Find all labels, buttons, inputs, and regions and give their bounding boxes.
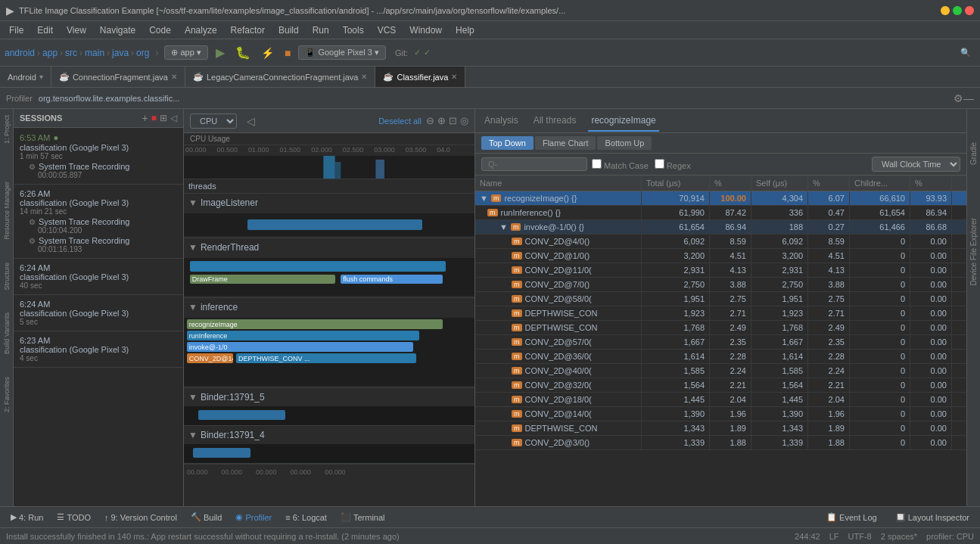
session-item-2[interactable]: 6:24 AM classification (Google Pixel 3) …: [14, 259, 183, 295]
table-row-13[interactable]: m CONV_2D@32/0( 1,564 2.21 1,564 2.21 0 …: [475, 378, 966, 393]
table-row-5[interactable]: m CONV_2D@11/0( 2,931 4.13 2,931 4.13 0 …: [475, 263, 966, 278]
table-row-11[interactable]: m CONV_2D@36/0( 1,614 2.28 1,614 2.28 0 …: [475, 350, 966, 364]
th-name[interactable]: Name: [475, 176, 642, 191]
sessions-stop[interactable]: ■: [151, 112, 157, 124]
search-input[interactable]: [481, 157, 587, 171]
table-row-14[interactable]: m CONV_2D@18/0( 1,445 2.04 1,445 2.04 0 …: [475, 393, 966, 407]
thread-imagelistener-header[interactable]: ▼ ImageListener: [184, 194, 474, 212]
table-row-1[interactable]: m runInference() {} 61,990 87.42 336 0.4…: [475, 206, 966, 220]
menu-view[interactable]: View: [61, 23, 92, 37]
thread-binder4-header[interactable]: ▼ Binder:13791_4: [184, 426, 474, 444]
table-row-8[interactable]: m DEPTHWISE_CON 1,923 2.71 1,923 2.71 0 …: [475, 306, 966, 321]
table-row-2[interactable]: ▼ m invoke@-1/0() {} 61,654 86.94 188 0.…: [475, 220, 966, 235]
breadcrumb-java[interactable]: java: [112, 48, 129, 58]
right-sidebar-gradle[interactable]: Gradle: [968, 139, 979, 168]
maximize-btn[interactable]: [953, 6, 962, 15]
file-tab-1[interactable]: ☕ LegacyCameraConnectionFragment.java ✕: [185, 67, 376, 87]
project-selector[interactable]: ⊕ app ▾: [164, 45, 207, 60]
row-2-expand[interactable]: ▼: [499, 222, 508, 232]
th-self[interactable]: Self (μs): [751, 176, 808, 191]
table-row-7[interactable]: m CONV_2D@58/0( 1,951 2.75 1,951 2.75 0 …: [475, 292, 966, 306]
table-row-10[interactable]: m CONV_2D@57/0( 1,667 2.35 1,667 2.35 0 …: [475, 335, 966, 350]
breadcrumb-src[interactable]: src: [65, 48, 77, 58]
android-tab[interactable]: Android ▾: [0, 67, 51, 87]
menu-help[interactable]: Help: [450, 23, 481, 37]
file-tab-2-close[interactable]: ✕: [451, 73, 457, 81]
bottom-run-btn[interactable]: ▶ 4: Run: [5, 511, 49, 524]
regex-option[interactable]: Regex: [655, 159, 691, 170]
stop-btn[interactable]: ■: [280, 45, 295, 61]
analysis-tab-recognize[interactable]: recognizeImage: [588, 110, 658, 132]
device-selector[interactable]: 📱 Google Pixel 3 ▾: [298, 45, 386, 60]
table-row-9[interactable]: m DEPTHWISE_CON 1,768 2.49 1,768 2.49 0 …: [475, 321, 966, 335]
thread-binder5-header[interactable]: ▼ Binder:13791_5: [184, 388, 474, 406]
sessions-back[interactable]: ◁: [170, 112, 177, 124]
th-children[interactable]: Childre...: [850, 176, 910, 191]
table-row-17[interactable]: m CONV_2D@3/0() 1,339 1.88 1,339 1.88 0 …: [475, 436, 966, 450]
file-tab-2[interactable]: ☕ Classifier.java ✕: [375, 67, 465, 87]
regex-checkbox[interactable]: [655, 159, 664, 169]
table-row-0[interactable]: ▼ m recognizeImage() {} 70,914 100.00 4,…: [475, 191, 966, 206]
th-self-pct[interactable]: %: [808, 176, 850, 191]
row-0-expand[interactable]: ▼: [480, 194, 488, 203]
th-total[interactable]: Total (μs): [642, 176, 710, 191]
event-log-btn[interactable]: 📋 Event Log: [820, 511, 883, 524]
menu-window[interactable]: Window: [403, 23, 448, 37]
file-tab-0-close[interactable]: ✕: [171, 73, 177, 81]
session-1-sub-0[interactable]: ⚙ System Trace Recording: [20, 216, 177, 226]
profiler-settings[interactable]: ⚙: [954, 92, 963, 104]
profile-btn[interactable]: ⚡: [257, 45, 278, 61]
menu-refactor[interactable]: Refactor: [225, 23, 271, 37]
bottom-todo-btn[interactable]: ☰ TODO: [51, 511, 97, 524]
th-total-pct[interactable]: %: [710, 176, 751, 191]
session-item-0[interactable]: 6:53 AM ● classification (Google Pixel 3…: [14, 128, 183, 185]
table-row-16[interactable]: m DEPTHWISE_CON 1,343 1.89 1,343 1.89 0 …: [475, 421, 966, 436]
bottom-profiler-btn[interactable]: ◉ Profiler: [229, 511, 278, 524]
deselect-all-btn[interactable]: Deselect all: [378, 117, 422, 126]
view-tab-flame[interactable]: Flame Chart: [535, 136, 596, 150]
cpu-dropdown[interactable]: CPU: [190, 113, 237, 129]
view-tab-topdown[interactable]: Top Down: [481, 136, 534, 150]
menu-vcs[interactable]: VCS: [372, 23, 403, 37]
sidebar-resource[interactable]: Resource Manager: [2, 179, 12, 243]
thread-renderthread-header[interactable]: ▼ RenderThread: [184, 238, 474, 256]
profiler-close[interactable]: —: [963, 92, 974, 104]
menu-code[interactable]: Code: [143, 23, 177, 37]
thread-inference-header[interactable]: ▼ inference: [184, 298, 474, 316]
breadcrumb-main[interactable]: main: [85, 48, 104, 58]
cpu-nav-back[interactable]: ◁: [244, 115, 257, 127]
menu-edit[interactable]: Edit: [31, 23, 59, 37]
sidebar-favorites[interactable]: 2: Favorites: [2, 374, 12, 415]
table-row-6[interactable]: m CONV_2D@7/0() 2,750 3.88 2,750 3.88 0 …: [475, 278, 966, 292]
sidebar-variants[interactable]: Build Variants: [2, 309, 12, 357]
breadcrumb-app[interactable]: app: [42, 48, 58, 58]
file-tab-1-close[interactable]: ✕: [361, 73, 367, 81]
sessions-split[interactable]: ⊞: [160, 112, 167, 124]
table-row-4[interactable]: m CONV_2D@1/0() 3,200 4.51 3,200 4.51 0 …: [475, 249, 966, 263]
time-selector[interactable]: Wall Clock Time: [872, 157, 960, 172]
bottom-build-btn[interactable]: 🔨 Build: [185, 511, 228, 524]
zoom-out-btn[interactable]: ⊖: [426, 115, 434, 126]
session-0-sub-0[interactable]: ⚙ System Trace Recording: [20, 160, 177, 171]
analysis-tab-analysis[interactable]: Analysis: [481, 110, 521, 132]
breadcrumb-org[interactable]: org: [136, 48, 149, 58]
menu-analyze[interactable]: Analyze: [179, 23, 223, 37]
zoom-in-btn[interactable]: ⊕: [437, 115, 446, 126]
sidebar-project[interactable]: 1: Project: [2, 112, 12, 147]
bottom-vcs-btn[interactable]: ↑ 9: Version Control: [98, 511, 183, 524]
menu-file[interactable]: File: [3, 23, 30, 37]
close-btn[interactable]: [965, 6, 974, 15]
sidebar-structure[interactable]: Structure: [2, 260, 12, 294]
bottom-logcat-btn[interactable]: ≡ 6: Logcat: [279, 511, 333, 524]
table-row-15[interactable]: m CONV_2D@14/0( 1,390 1.96 1,390 1.96 0 …: [475, 407, 966, 421]
debug-btn[interactable]: 🐛: [231, 44, 255, 61]
run-btn[interactable]: ▶: [211, 44, 229, 61]
session-item-4[interactable]: 6:23 AM classification (Google Pixel 3) …: [14, 331, 183, 368]
session-1-sub-1[interactable]: ⚙ System Trace Recording: [20, 235, 177, 245]
bottom-terminal-btn[interactable]: ⬛ Terminal: [334, 511, 391, 524]
minimize-btn[interactable]: [941, 6, 950, 15]
analysis-tab-allthreads[interactable]: All threads: [530, 110, 580, 132]
layout-inspector-btn[interactable]: 🔲 Layout Inspector: [889, 511, 975, 524]
menu-build[interactable]: Build: [272, 23, 305, 37]
session-item-1[interactable]: 6:26 AM classification (Google Pixel 3) …: [14, 185, 183, 259]
